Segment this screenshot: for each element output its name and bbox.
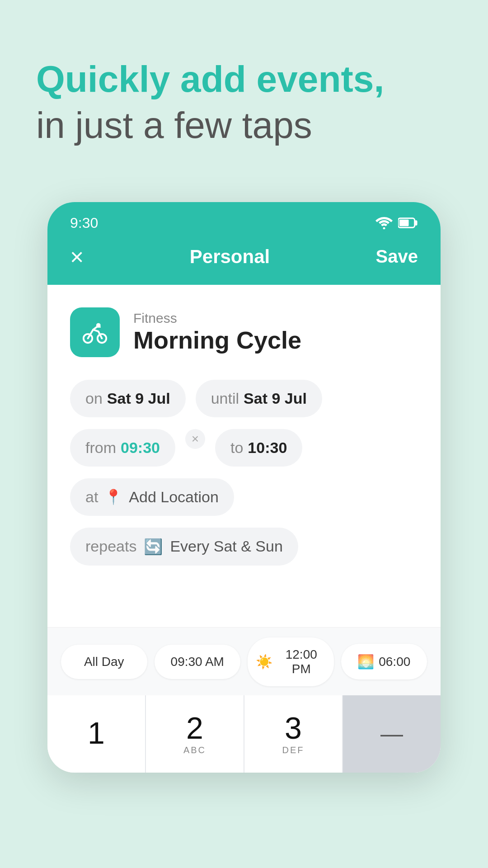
sun-icon: ☀️ bbox=[256, 654, 272, 670]
svg-rect-3 bbox=[415, 220, 418, 226]
phone-mockup: 9:30 × Personal Save bbox=[47, 202, 441, 773]
svg-point-0 bbox=[383, 227, 385, 230]
phone-header: 9:30 × Personal Save bbox=[47, 202, 441, 285]
to-label: to bbox=[230, 439, 243, 457]
cycling-icon bbox=[81, 318, 109, 346]
evening-time-option[interactable]: 🌅 06:00 bbox=[341, 644, 427, 679]
on-date-value: Sat 9 Jul bbox=[107, 390, 170, 407]
repeat-chip[interactable]: repeats 🔄 Every Sat & Sun bbox=[70, 528, 298, 566]
until-date-value: Sat 9 Jul bbox=[244, 390, 307, 407]
spacer bbox=[70, 577, 418, 613]
hero-section: Quickly add events, in just a few taps bbox=[0, 0, 488, 175]
status-time: 9:30 bbox=[70, 215, 98, 231]
wifi-icon bbox=[375, 217, 393, 229]
all-day-label: All Day bbox=[84, 655, 124, 669]
event-info: Fitness Morning Cycle bbox=[133, 311, 301, 354]
status-icons bbox=[375, 216, 418, 230]
date-row: on Sat 9 Jul until Sat 9 Jul bbox=[70, 380, 418, 417]
to-time-chip[interactable]: to 10:30 bbox=[215, 429, 302, 467]
bottom-bar: All Day 09:30 AM ☀️ 12:00 PM 🌅 06:00 bbox=[47, 627, 441, 695]
until-label: until bbox=[211, 390, 239, 407]
from-label: from bbox=[85, 439, 116, 457]
numpad-num-3: 3 bbox=[285, 712, 302, 743]
repeat-row: repeats 🔄 Every Sat & Sun bbox=[70, 528, 418, 566]
repeat-icon: 🔄 bbox=[144, 538, 163, 556]
app-bar-title: Personal bbox=[190, 246, 270, 268]
on-date-chip[interactable]: on Sat 9 Jul bbox=[70, 380, 186, 417]
noon-time-label: 12:00 PM bbox=[277, 647, 326, 676]
morning-time-label: 09:30 AM bbox=[171, 655, 224, 669]
battery-icon bbox=[398, 216, 418, 230]
phone-body: Fitness Morning Cycle on Sat 9 Jul until… bbox=[47, 285, 441, 627]
add-location-label: Add Location bbox=[129, 488, 219, 506]
all-day-option[interactable]: All Day bbox=[61, 645, 147, 679]
location-row: at 📍 Add Location bbox=[70, 478, 418, 516]
numpad-num-2: 2 bbox=[186, 712, 203, 743]
numpad-key-3[interactable]: 3 DEF bbox=[244, 695, 342, 773]
close-button[interactable]: × bbox=[70, 245, 84, 269]
sunset-icon: 🌅 bbox=[357, 654, 374, 670]
location-chip[interactable]: at 📍 Add Location bbox=[70, 478, 234, 516]
to-time-value: 10:30 bbox=[248, 439, 287, 457]
event-icon bbox=[70, 307, 120, 357]
morning-time-option[interactable]: 09:30 AM bbox=[155, 645, 241, 679]
hero-subtitle: in just a few taps bbox=[36, 103, 452, 147]
numpad-key-dash[interactable]: — bbox=[343, 695, 441, 773]
time-row: from 09:30 × to 10:30 bbox=[70, 429, 418, 467]
event-category: Fitness bbox=[133, 311, 301, 326]
numpad: 1 2 ABC 3 DEF — bbox=[47, 695, 441, 773]
at-label: at bbox=[85, 488, 98, 506]
numpad-dash: — bbox=[380, 721, 403, 747]
until-date-chip[interactable]: until Sat 9 Jul bbox=[196, 380, 322, 417]
repeat-value: Every Sat & Sun bbox=[170, 538, 282, 555]
from-time-chip[interactable]: from 09:30 bbox=[70, 429, 175, 467]
event-title: Morning Cycle bbox=[133, 326, 301, 354]
event-header: Fitness Morning Cycle bbox=[70, 307, 418, 357]
location-pin-icon: 📍 bbox=[104, 488, 122, 505]
numpad-key-2[interactable]: 2 ABC bbox=[146, 695, 244, 773]
from-time-value: 09:30 bbox=[121, 439, 160, 457]
on-label: on bbox=[85, 390, 103, 407]
save-button[interactable]: Save bbox=[376, 246, 418, 267]
app-bar: × Personal Save bbox=[70, 236, 418, 285]
hero-title: Quickly add events, bbox=[36, 59, 452, 99]
noon-time-option[interactable]: ☀️ 12:00 PM bbox=[248, 637, 334, 686]
status-bar: 9:30 bbox=[70, 202, 418, 236]
repeats-label: repeats bbox=[85, 538, 136, 555]
numpad-sub-3: DEF bbox=[282, 745, 305, 755]
svg-rect-2 bbox=[399, 220, 409, 226]
clear-time-button[interactable]: × bbox=[185, 429, 205, 449]
evening-time-label: 06:00 bbox=[379, 655, 410, 669]
numpad-key-1[interactable]: 1 bbox=[47, 695, 145, 773]
numpad-num-1: 1 bbox=[88, 717, 105, 748]
numpad-sub-2: ABC bbox=[183, 745, 206, 755]
